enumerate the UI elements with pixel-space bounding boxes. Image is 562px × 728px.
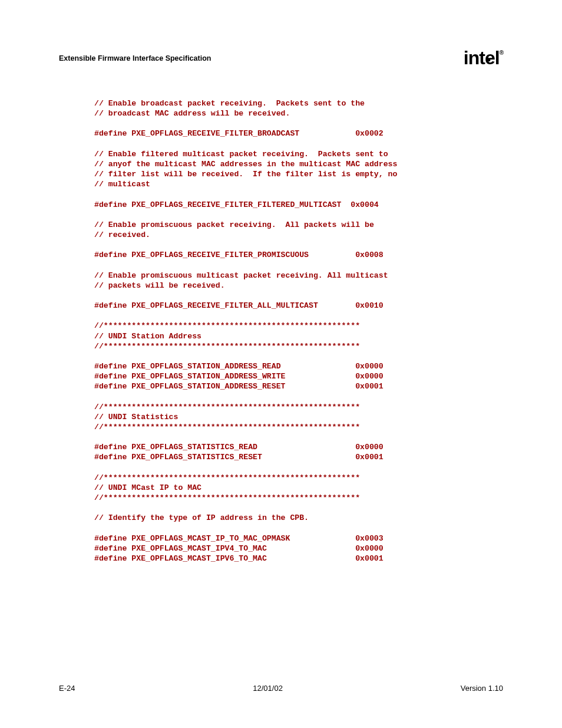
code-line: // multicast xyxy=(94,180,150,189)
code-line: // UNDI Station Address xyxy=(94,332,201,341)
code-line: #define PXE_OPFLAGS_RECEIVE_FILTER_PROMI… xyxy=(94,251,384,259)
code-line: #define PXE_OPFLAGS_MCAST_IPV6_TO_MAC 0x… xyxy=(94,554,384,563)
code-line: #define PXE_OPFLAGS_RECEIVE_FILTER_ALL_M… xyxy=(94,301,384,310)
code-content: // Enable broadcast packet receiving. Pa… xyxy=(94,98,503,564)
code-line: // Enable filtered multicast packet rece… xyxy=(94,150,388,159)
footer-right: Version 1.10 xyxy=(461,684,503,693)
code-line: // Enable promiscuous multicast packet r… xyxy=(94,271,388,280)
code-line: //**************************************… xyxy=(94,321,360,330)
code-line: #define PXE_OPFLAGS_MCAST_IP_TO_MAC_OPMA… xyxy=(94,534,384,543)
footer-left: E-24 xyxy=(59,684,75,693)
code-line: // Enable broadcast packet receiving. Pa… xyxy=(94,99,365,108)
code-line: // Identify the type of IP address in th… xyxy=(94,513,309,522)
code-line: // UNDI Statistics xyxy=(94,413,178,421)
code-line: // received. xyxy=(94,230,150,239)
code-line: #define PXE_OPFLAGS_RECEIVE_FILTER_FILTE… xyxy=(94,200,379,209)
code-line: // packets will be received. xyxy=(94,281,225,290)
page-header: Extensible Firmware Interface Specificat… xyxy=(59,47,503,69)
code-line: #define PXE_OPFLAGS_STATION_ADDRESS_RESE… xyxy=(94,382,384,391)
footer-center: 12/01/02 xyxy=(253,684,283,693)
code-line: #define PXE_OPFLAGS_STATISTICS_READ 0x00… xyxy=(94,443,384,452)
code-line: #define PXE_OPFLAGS_RECEIVE_FILTER_BROAD… xyxy=(94,129,384,138)
code-line: //**************************************… xyxy=(94,403,360,411)
code-line: #define PXE_OPFLAGS_STATISTICS_RESET 0x0… xyxy=(94,453,384,462)
code-line: // UNDI MCast IP to MAC xyxy=(94,483,201,492)
doc-title: Extensible Firmware Interface Specificat… xyxy=(59,54,211,62)
intel-logo: inte.l® xyxy=(464,47,503,69)
code-line: #define PXE_OPFLAGS_MCAST_IPV4_TO_MAC 0x… xyxy=(94,544,384,553)
code-line: // anyof the multicast MAC addresses in … xyxy=(94,160,397,169)
code-line: //**************************************… xyxy=(94,493,360,502)
page-footer: E-24 12/01/02 Version 1.10 xyxy=(59,684,503,693)
code-line: // Enable promiscuous packet receiving. … xyxy=(94,220,374,229)
code-line: // broadcast MAC address will be receive… xyxy=(94,109,290,118)
code-line: #define PXE_OPFLAGS_STATION_ADDRESS_WRIT… xyxy=(94,372,384,381)
code-line: // filter list will be received. If the … xyxy=(94,170,397,179)
code-line: //**************************************… xyxy=(94,473,360,482)
document-page: Extensible Firmware Interface Specificat… xyxy=(0,0,562,728)
code-line: //**************************************… xyxy=(94,342,360,351)
code-line: #define PXE_OPFLAGS_STATION_ADDRESS_READ… xyxy=(94,362,384,371)
code-line: //**************************************… xyxy=(94,423,360,431)
